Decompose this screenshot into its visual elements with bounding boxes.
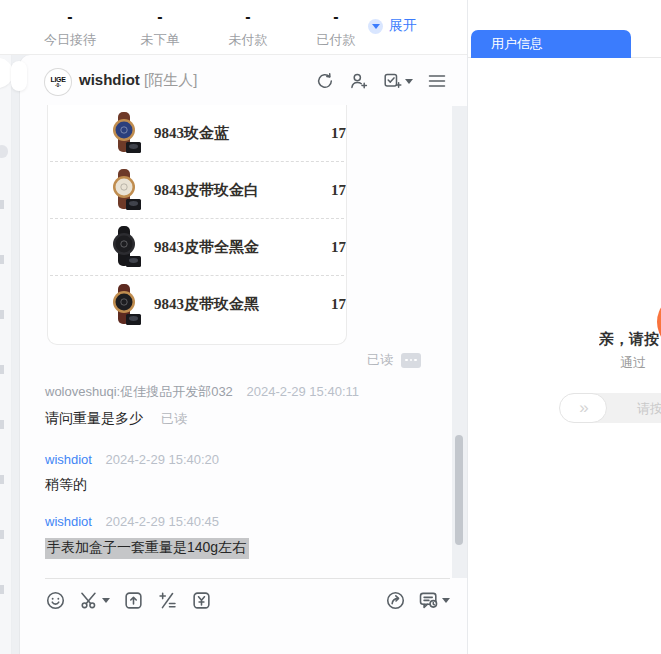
header-actions: [314, 70, 448, 92]
clipped-text-fragment: [0, 530, 4, 539]
read-status: 已读: [367, 351, 393, 369]
product-price: 17: [331, 296, 346, 313]
product-list-card: 9843玫金蓝 17 9843皮带玫金白 17: [47, 105, 347, 345]
message-read-status-row: 已读: [367, 351, 421, 369]
chevron-down-icon: [102, 598, 110, 603]
conversation-list-sliver[interactable]: [0, 0, 12, 654]
chat-message: woloveshuqi:促佳搜品开发部032 2024-2-29 15:40:1…: [45, 383, 437, 428]
clipped-text-fragment: [0, 310, 4, 319]
stat-paid: - 已付款: [294, 8, 378, 49]
chat-message: wishdiot 2024-2-29 15:40:20 稍等的: [45, 452, 437, 494]
captcha-title: 亲，请按: [599, 330, 661, 349]
message-meta: wishdiot 2024-2-29 15:40:45: [45, 514, 437, 529]
buyer-name[interactable]: wishdiot: [79, 71, 140, 88]
stats-bar: - 今日接待 - 未下单 - 未付款 - 已付款 展开: [0, 0, 467, 55]
message-time: 2024-2-29 15:40:11: [246, 384, 359, 399]
message-more-icon[interactable]: [401, 353, 421, 368]
message-meta: woloveshuqi:促佳搜品开发部032 2024-2-29 15:40:1…: [45, 383, 437, 401]
clipped-text-fragment: [0, 200, 4, 209]
product-row[interactable]: 9843皮带全黑金 17: [50, 219, 344, 276]
chevron-down-icon: [405, 79, 413, 84]
buyer-avatar[interactable]: LIGE ·0·: [45, 69, 71, 95]
stat-today-reception: - 今日接待: [28, 8, 112, 49]
payment-yuan-icon[interactable]: [191, 590, 212, 611]
product-row[interactable]: 9843皮带玫金白 17: [50, 162, 344, 219]
clipped-text-fragment: [0, 585, 4, 594]
emoji-icon[interactable]: [45, 590, 66, 611]
expand-label: 展开: [389, 17, 417, 35]
clipped-text-fragment: [0, 255, 4, 264]
clipped-text-fragment: [0, 365, 4, 374]
chevron-down-circle-icon: [368, 19, 383, 34]
forward-icon[interactable]: [385, 590, 406, 611]
message-input-area[interactable]: [20, 617, 467, 654]
product-title: 9843玫金蓝: [154, 124, 229, 143]
product-price: 17: [331, 125, 346, 142]
create-task-icon[interactable]: [382, 70, 414, 92]
message-time: 2024-2-29 15:40:20: [106, 452, 219, 467]
product-title: 9843皮带全黑金: [154, 238, 259, 257]
image-upload-icon[interactable]: [123, 590, 144, 611]
chat-panel: LIGE ·0· wishdiot [陌生人]: [20, 55, 467, 654]
watch-product-image: [106, 283, 142, 327]
product-price: 17: [331, 182, 346, 199]
tab-user-info[interactable]: 用户信息: [471, 30, 631, 58]
sender-name[interactable]: wishdiot: [45, 452, 92, 467]
product-row[interactable]: 9843玫金蓝 17: [50, 105, 344, 162]
price-edit-icon[interactable]: [157, 590, 178, 611]
message-text: 请问重量是多少: [45, 410, 143, 428]
chat-message: wishdiot 2024-2-29 15:40:45 手表加盒子一套重量是14…: [45, 514, 437, 559]
slider-placeholder: 请按: [637, 400, 661, 418]
expand-stats-button[interactable]: 展开: [368, 17, 417, 35]
clipped-text-fragment: [0, 420, 4, 429]
tab-label: 用户信息: [491, 35, 543, 53]
screenshot-scissors-icon[interactable]: [79, 590, 110, 611]
scrollbar-thumb[interactable]: [455, 435, 463, 545]
chat-history-icon[interactable]: [418, 590, 450, 611]
user-info-panel: 用户信息 亲，请按 通过 请按 »: [467, 0, 661, 654]
stat-no-order: - 未下单: [118, 8, 202, 49]
sender-name: woloveshuqi:促佳搜品开发部032: [45, 384, 233, 399]
product-title: 9843皮带玫金白: [154, 181, 259, 200]
stat-unpaid: - 未付款: [206, 8, 290, 49]
chat-title: wishdiot [陌生人]: [79, 71, 197, 90]
watch-product-image: [106, 225, 142, 269]
message-text-selected: 手表加盒子一套重量是140g左右: [45, 538, 249, 559]
stat-value: -: [206, 8, 290, 26]
watch-product-image: [106, 168, 142, 212]
buyer-tag: [陌生人]: [144, 71, 197, 88]
message-time: 2024-2-29 15:40:45: [106, 514, 219, 529]
stat-label: 未下单: [118, 31, 202, 49]
product-title: 9843皮带玫金黑: [154, 295, 259, 314]
add-contact-icon[interactable]: [348, 70, 370, 92]
message-meta: wishdiot 2024-2-29 15:40:20: [45, 452, 437, 467]
stat-label: 今日接待: [28, 31, 112, 49]
watch-product-image: [106, 111, 142, 155]
double-chevron-right-icon: »: [579, 399, 586, 418]
product-row[interactable]: 9843皮带玫金黑 17: [50, 276, 344, 333]
avatar-logo-mark: ·0·: [55, 83, 61, 88]
composer-toolbar: [45, 587, 450, 613]
stat-label: 未付款: [206, 31, 290, 49]
captcha-slider-handle[interactable]: »: [559, 393, 607, 423]
clipped-text-fragment: [0, 475, 4, 484]
stat-value: -: [118, 8, 202, 26]
stat-value: -: [28, 8, 112, 26]
menu-icon[interactable]: [426, 70, 448, 92]
sender-name[interactable]: wishdiot: [45, 514, 92, 529]
qianniu-chat-window: - 今日接待 - 未下单 - 未付款 - 已付款 展开 LIGE ·0·: [0, 0, 661, 654]
read-status: 已读: [161, 410, 187, 428]
unread-pill: [0, 145, 8, 158]
stat-label: 已付款: [294, 31, 378, 49]
message-text: 稍等的: [45, 476, 87, 494]
refresh-icon[interactable]: [314, 70, 336, 92]
toolbar-divider: [45, 578, 450, 579]
chat-header: LIGE ·0· wishdiot [陌生人]: [20, 55, 467, 106]
stat-value: -: [294, 8, 378, 26]
captcha-subtext: 通过: [620, 354, 661, 372]
chevron-down-icon: [442, 598, 450, 603]
product-price: 17: [331, 239, 346, 256]
